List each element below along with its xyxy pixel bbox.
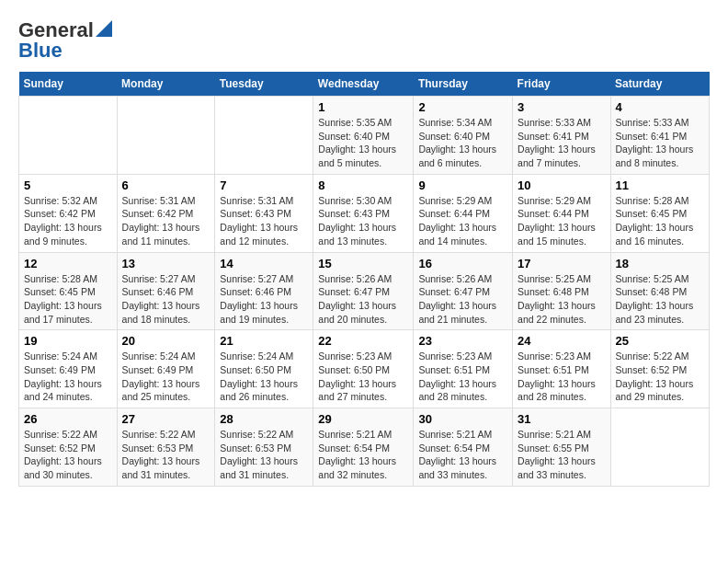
day-number: 16 (418, 257, 507, 270)
calendar-cell: 3Sunrise: 5:33 AMSunset: 6:41 PMDaylight… (513, 97, 610, 175)
calendar-cell: 28Sunrise: 5:22 AMSunset: 6:53 PMDayligh… (215, 408, 313, 487)
day-number: 29 (318, 412, 408, 426)
column-header-monday: Monday (117, 72, 215, 97)
logo: General Blue (18, 18, 112, 63)
day-info: Sunrise: 5:23 AMSunset: 6:51 PMDaylight:… (418, 350, 507, 404)
calendar-cell: 7Sunrise: 5:31 AMSunset: 6:43 PMDaylight… (215, 174, 313, 252)
day-number: 23 (418, 334, 507, 348)
day-number: 18 (616, 257, 705, 270)
day-number: 7 (220, 178, 308, 192)
column-header-wednesday: Wednesday (313, 72, 414, 97)
calendar-cell: 16Sunrise: 5:26 AMSunset: 6:47 PMDayligh… (414, 252, 513, 330)
calendar-cell (19, 97, 118, 175)
day-info: Sunrise: 5:24 AMSunset: 6:49 PMDaylight:… (24, 350, 112, 404)
day-info: Sunrise: 5:26 AMSunset: 6:47 PMDaylight:… (318, 272, 408, 327)
day-number: 11 (616, 178, 705, 192)
day-number: 20 (122, 334, 210, 348)
day-info: Sunrise: 5:35 AMSunset: 6:40 PMDaylight:… (318, 116, 408, 170)
day-info: Sunrise: 5:33 AMSunset: 6:41 PMDaylight:… (616, 116, 705, 170)
day-info: Sunrise: 5:27 AMSunset: 6:46 PMDaylight:… (122, 272, 210, 327)
day-number: 14 (220, 257, 308, 270)
day-info: Sunrise: 5:31 AMSunset: 6:43 PMDaylight:… (220, 194, 308, 248)
calendar-cell: 24Sunrise: 5:23 AMSunset: 6:51 PMDayligh… (513, 330, 610, 408)
day-info: Sunrise: 5:25 AMSunset: 6:48 PMDaylight:… (518, 272, 605, 327)
day-info: Sunrise: 5:29 AMSunset: 6:44 PMDaylight:… (418, 194, 507, 248)
calendar-cell: 15Sunrise: 5:26 AMSunset: 6:47 PMDayligh… (313, 252, 414, 330)
calendar-week-row: 19Sunrise: 5:24 AMSunset: 6:49 PMDayligh… (19, 330, 710, 408)
calendar-cell (215, 97, 313, 175)
calendar-cell: 26Sunrise: 5:22 AMSunset: 6:52 PMDayligh… (19, 408, 118, 487)
day-number: 13 (122, 257, 210, 270)
calendar-cell: 6Sunrise: 5:31 AMSunset: 6:42 PMDaylight… (117, 174, 215, 252)
column-header-saturday: Saturday (610, 72, 710, 97)
day-number: 3 (518, 100, 605, 114)
day-number: 15 (318, 257, 408, 270)
day-info: Sunrise: 5:22 AMSunset: 6:52 PMDaylight:… (24, 428, 112, 482)
day-info: Sunrise: 5:28 AMSunset: 6:45 PMDaylight:… (616, 194, 705, 248)
day-info: Sunrise: 5:21 AMSunset: 6:54 PMDaylight:… (318, 428, 408, 482)
calendar-week-row: 5Sunrise: 5:32 AMSunset: 6:42 PMDaylight… (19, 174, 710, 252)
calendar-cell: 21Sunrise: 5:24 AMSunset: 6:50 PMDayligh… (215, 330, 313, 408)
calendar-week-row: 26Sunrise: 5:22 AMSunset: 6:52 PMDayligh… (19, 408, 710, 487)
calendar-table: SundayMondayTuesdayWednesdayThursdayFrid… (18, 72, 710, 487)
day-info: Sunrise: 5:22 AMSunset: 6:53 PMDaylight:… (220, 428, 308, 482)
calendar-week-row: 12Sunrise: 5:28 AMSunset: 6:45 PMDayligh… (19, 252, 710, 330)
calendar-cell: 31Sunrise: 5:21 AMSunset: 6:55 PMDayligh… (513, 408, 610, 487)
calendar-cell: 20Sunrise: 5:24 AMSunset: 6:49 PMDayligh… (117, 330, 215, 408)
day-info: Sunrise: 5:26 AMSunset: 6:47 PMDaylight:… (418, 272, 507, 327)
calendar-cell: 19Sunrise: 5:24 AMSunset: 6:49 PMDayligh… (19, 330, 118, 408)
day-number: 17 (518, 257, 605, 270)
calendar-cell: 13Sunrise: 5:27 AMSunset: 6:46 PMDayligh… (117, 252, 215, 330)
day-number: 30 (418, 412, 507, 426)
calendar-cell: 25Sunrise: 5:22 AMSunset: 6:52 PMDayligh… (610, 330, 710, 408)
day-number: 21 (220, 334, 308, 348)
calendar-header-row: SundayMondayTuesdayWednesdayThursdayFrid… (19, 72, 710, 97)
day-number: 8 (318, 178, 408, 192)
calendar-cell: 23Sunrise: 5:23 AMSunset: 6:51 PMDayligh… (414, 330, 513, 408)
calendar-cell: 8Sunrise: 5:30 AMSunset: 6:43 PMDaylight… (313, 174, 414, 252)
day-info: Sunrise: 5:22 AMSunset: 6:53 PMDaylight:… (122, 428, 210, 482)
day-info: Sunrise: 5:23 AMSunset: 6:50 PMDaylight:… (318, 350, 408, 404)
day-info: Sunrise: 5:21 AMSunset: 6:55 PMDaylight:… (518, 428, 605, 482)
day-number: 6 (122, 178, 210, 192)
calendar-cell: 10Sunrise: 5:29 AMSunset: 6:44 PMDayligh… (513, 174, 610, 252)
day-info: Sunrise: 5:30 AMSunset: 6:43 PMDaylight:… (318, 194, 408, 248)
column-header-sunday: Sunday (19, 72, 118, 97)
column-header-friday: Friday (513, 72, 610, 97)
calendar-week-row: 1Sunrise: 5:35 AMSunset: 6:40 PMDaylight… (19, 97, 710, 175)
day-info: Sunrise: 5:29 AMSunset: 6:44 PMDaylight:… (518, 194, 605, 248)
calendar-cell: 4Sunrise: 5:33 AMSunset: 6:41 PMDaylight… (610, 97, 710, 175)
day-info: Sunrise: 5:33 AMSunset: 6:41 PMDaylight:… (518, 116, 605, 170)
column-header-tuesday: Tuesday (215, 72, 313, 97)
day-info: Sunrise: 5:27 AMSunset: 6:46 PMDaylight:… (220, 272, 308, 327)
calendar-cell: 14Sunrise: 5:27 AMSunset: 6:46 PMDayligh… (215, 252, 313, 330)
day-number: 28 (220, 412, 308, 426)
calendar-cell: 5Sunrise: 5:32 AMSunset: 6:42 PMDaylight… (19, 174, 118, 252)
calendar-cell: 29Sunrise: 5:21 AMSunset: 6:54 PMDayligh… (313, 408, 414, 487)
day-number: 27 (122, 412, 210, 426)
calendar-cell: 17Sunrise: 5:25 AMSunset: 6:48 PMDayligh… (513, 252, 610, 330)
calendar-cell: 2Sunrise: 5:34 AMSunset: 6:40 PMDaylight… (414, 97, 513, 175)
day-info: Sunrise: 5:34 AMSunset: 6:40 PMDaylight:… (418, 116, 507, 170)
day-number: 19 (24, 334, 112, 348)
calendar-cell: 12Sunrise: 5:28 AMSunset: 6:45 PMDayligh… (19, 252, 118, 330)
day-info: Sunrise: 5:22 AMSunset: 6:52 PMDaylight:… (616, 350, 705, 404)
day-number: 31 (518, 412, 605, 426)
calendar-cell (610, 408, 710, 487)
day-number: 22 (318, 334, 408, 348)
day-info: Sunrise: 5:21 AMSunset: 6:54 PMDaylight:… (418, 428, 507, 482)
day-number: 12 (24, 257, 112, 270)
day-number: 24 (518, 334, 605, 348)
column-header-thursday: Thursday (414, 72, 513, 97)
day-number: 10 (518, 178, 605, 192)
day-info: Sunrise: 5:25 AMSunset: 6:48 PMDaylight:… (616, 272, 705, 327)
day-number: 1 (318, 100, 408, 114)
day-info: Sunrise: 5:28 AMSunset: 6:45 PMDaylight:… (24, 272, 112, 327)
day-number: 25 (616, 334, 705, 348)
calendar-cell: 22Sunrise: 5:23 AMSunset: 6:50 PMDayligh… (313, 330, 414, 408)
day-number: 9 (418, 178, 507, 192)
calendar-cell: 18Sunrise: 5:25 AMSunset: 6:48 PMDayligh… (610, 252, 710, 330)
day-info: Sunrise: 5:24 AMSunset: 6:50 PMDaylight:… (220, 350, 308, 404)
day-number: 4 (616, 100, 705, 114)
calendar-cell: 27Sunrise: 5:22 AMSunset: 6:53 PMDayligh… (117, 408, 215, 487)
